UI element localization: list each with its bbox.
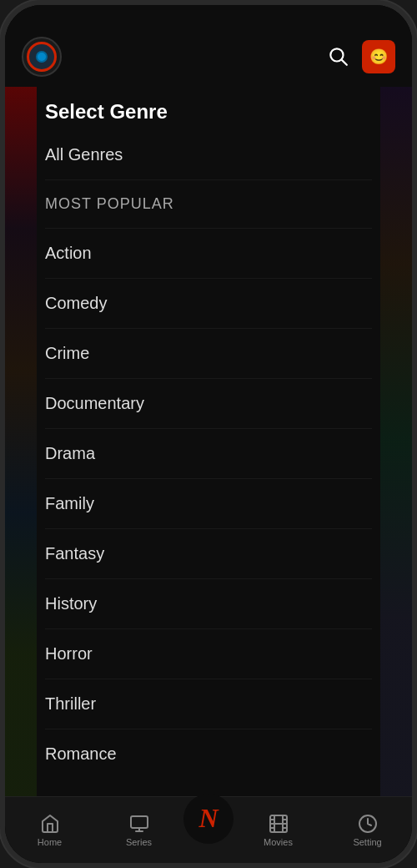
genre-label-documentary: Documentary <box>45 394 144 413</box>
genre-item-comedy[interactable]: Comedy <box>45 279 372 329</box>
netflix-logo: N <box>198 803 218 834</box>
volume-button <box>0 172 3 222</box>
genre-item-drama[interactable]: Drama <box>45 429 372 479</box>
genre-label-horror: Horror <box>45 644 93 664</box>
genre-label-crime: Crime <box>45 344 89 363</box>
genre-item-all[interactable]: All Genres <box>45 130 372 180</box>
setting-label: Setting <box>353 837 381 847</box>
genre-item-horror[interactable]: Horror <box>45 629 372 679</box>
nav-item-movies[interactable]: Movies <box>234 807 323 847</box>
home-icon <box>40 814 60 834</box>
genre-label-all: All Genres <box>45 145 123 164</box>
genre-list: All GenresMOST POPULARActionComedyCrimeD… <box>45 130 372 779</box>
logo-inner <box>27 42 57 72</box>
center-logo-button[interactable]: N <box>183 794 234 844</box>
page-title: Select Genre <box>45 87 372 130</box>
home-label: Home <box>38 837 62 847</box>
phone-frame: 😊 Select Genre All GenresMOST POPULARAct… <box>0 0 417 868</box>
movie-strip-right <box>380 87 412 796</box>
genre-label-comedy: Comedy <box>45 294 107 313</box>
genre-item-fantasy[interactable]: Fantasy <box>45 529 372 579</box>
content-wrapper: Select Genre All GenresMOST POPULARActio… <box>5 87 412 796</box>
svg-rect-2 <box>131 816 148 828</box>
genre-item-history[interactable]: History <box>45 579 372 629</box>
genre-label-most-popular: MOST POPULAR <box>45 195 174 213</box>
genre-label-fantasy: Fantasy <box>45 544 104 563</box>
series-icon <box>129 814 149 834</box>
genre-item-most-popular[interactable]: MOST POPULAR <box>45 180 372 229</box>
movies-label: Movies <box>264 837 293 847</box>
genre-item-action[interactable]: Action <box>45 229 372 279</box>
series-label: Series <box>126 837 152 847</box>
app-header: 😊 <box>5 30 412 87</box>
movies-icon <box>269 814 289 834</box>
phone-screen: 😊 Select Genre All GenresMOST POPULARAct… <box>5 5 412 863</box>
genre-item-romance[interactable]: Romance <box>45 729 372 779</box>
logo-circle <box>36 51 48 63</box>
bottom-nav: Home Series N Movies <box>5 796 412 863</box>
status-bar <box>5 5 412 30</box>
genre-item-documentary[interactable]: Documentary <box>45 379 372 429</box>
nav-item-home[interactable]: Home <box>5 807 94 847</box>
app-logo <box>22 37 62 77</box>
genre-label-romance: Romance <box>45 744 117 764</box>
genre-list-container: Select Genre All GenresMOST POPULARActio… <box>5 87 412 796</box>
movie-strip-left <box>5 87 37 796</box>
genre-label-drama: Drama <box>45 444 95 463</box>
genre-item-thriller[interactable]: Thriller <box>45 679 372 729</box>
genre-label-history: History <box>45 594 97 613</box>
genre-item-crime[interactable]: Crime <box>45 329 372 379</box>
setting-icon <box>358 814 378 834</box>
genre-label-action: Action <box>45 244 92 263</box>
nav-item-setting[interactable]: Setting <box>323 807 412 847</box>
genre-label-family: Family <box>45 494 94 513</box>
genre-item-family[interactable]: Family <box>45 479 372 529</box>
profile-emoji: 😊 <box>369 48 388 66</box>
header-icons: 😊 <box>324 40 395 73</box>
nav-item-series[interactable]: Series <box>94 807 183 847</box>
search-icon <box>327 45 349 67</box>
power-button <box>414 189 417 272</box>
genre-label-thriller: Thriller <box>45 694 96 714</box>
profile-button[interactable]: 😊 <box>362 40 395 73</box>
svg-line-1 <box>342 59 347 64</box>
search-button[interactable] <box>324 42 352 73</box>
